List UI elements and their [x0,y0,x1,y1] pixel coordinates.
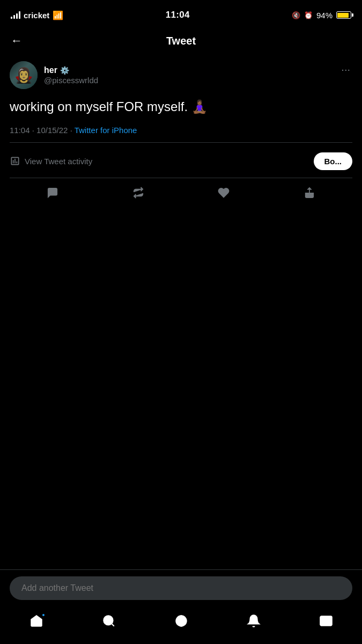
carrier-label: cricket [24,11,49,20]
home-nav-button[interactable] [24,611,49,631]
reply-button[interactable] [42,182,63,203]
messages-icon [319,614,333,628]
mute-icon: 🔇 [292,11,300,19]
notifications-nav-button[interactable] [241,611,266,631]
home-notification-dot [41,613,46,617]
more-options-button[interactable]: ··· [339,61,352,78]
tweet-source[interactable]: Twitter for iPhone [75,126,137,135]
user-name-row: her ⚙️ [44,65,98,75]
messages-nav-button[interactable] [314,611,338,631]
search-icon [102,614,116,628]
tweet-user: her ⚙️ @piscesswrldd [10,61,98,89]
like-button[interactable] [213,182,234,203]
svg-point-1 [104,616,113,625]
search-nav-button[interactable] [97,611,121,631]
verified-icon: ⚙️ [60,66,69,75]
svg-line-2 [112,624,114,626]
tweet-text: working on myself FOR myself. 🧘🏾‍♀️ [10,98,352,116]
compose-row [0,570,362,606]
compose-input[interactable] [10,576,352,600]
battery-icon [336,11,351,19]
status-left: cricket 📶 [11,10,63,20]
wifi-icon: 📶 [53,10,63,20]
svg-point-5 [179,616,183,626]
meta-divider [10,142,352,143]
analytics-icon [10,156,20,166]
status-right: 🔇 ⏰ 94% [292,11,351,20]
user-handle[interactable]: @piscesswrldd [44,76,98,85]
boost-button[interactable]: Bo... [314,152,353,170]
nav-header: ← Tweet [0,27,362,55]
bottom-nav [0,606,362,644]
view-activity-button[interactable]: View Tweet activity [10,156,92,166]
status-bar: cricket 📶 11:04 🔇 ⏰ 94% [0,0,362,27]
meta-separator-2: · [70,126,75,135]
spaces-icon [174,614,188,628]
alarm-icon: ⏰ [304,11,313,19]
notifications-icon [247,614,261,628]
share-button[interactable] [299,182,320,203]
display-name: her [44,65,57,75]
tweet-date: 10/15/22 [36,126,68,135]
retweet-button[interactable] [128,182,149,203]
bottom-section [0,569,362,644]
activity-row: View Tweet activity Bo... [10,149,352,178]
back-button[interactable]: ← [11,34,23,48]
tweet-header: her ⚙️ @piscesswrldd ··· [10,61,352,89]
tweet-meta: 11:04 · 10/15/22 · Twitter for iPhone [10,126,352,135]
battery-pct: 94% [316,11,333,20]
signal-icon [11,11,20,19]
view-activity-label: View Tweet activity [25,157,92,166]
user-info: her ⚙️ @piscesswrldd [44,65,98,85]
page-title: Tweet [166,35,196,47]
clock: 11:04 [166,10,190,20]
avatar[interactable] [10,61,38,89]
action-row [10,178,352,211]
tweet-timestamp: 11:04 [10,126,30,135]
tweet-container: her ⚙️ @piscesswrldd ··· working on myse… [0,55,362,211]
meta-separator-1: · [32,126,36,135]
spaces-nav-button[interactable] [169,611,194,631]
